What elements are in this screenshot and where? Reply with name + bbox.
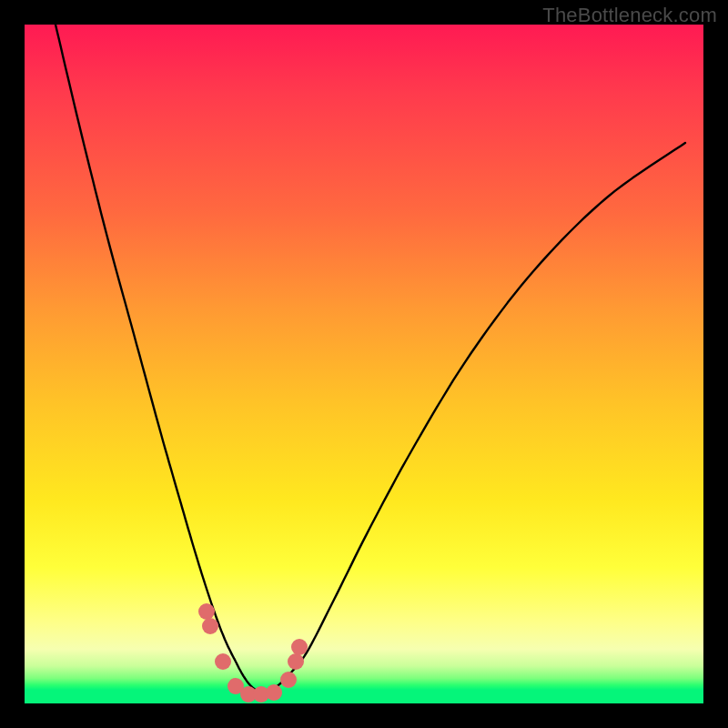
data-marker [198,603,215,620]
data-marker [291,639,308,655]
plot-area [25,25,703,703]
data-marker [266,684,282,701]
data-marker [288,653,304,670]
outer-frame: TheBottleneck.com [0,0,728,728]
markers-layer [25,25,703,703]
data-marker [215,653,231,670]
data-marker [202,618,218,634]
data-marker [280,672,297,688]
